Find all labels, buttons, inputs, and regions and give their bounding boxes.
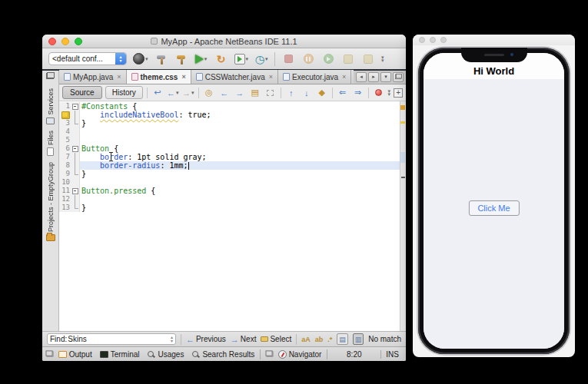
run-icon[interactable]: ▾ [194,51,208,67]
whole-word-toggle[interactable]: ab [315,336,324,343]
zoom-button[interactable] [75,38,82,45]
code-line[interactable]: 12 [59,195,400,204]
find-previous-button[interactable]: ← Previous [186,335,226,344]
split-editor-icon[interactable]: + [394,88,403,98]
code-line[interactable]: 6 Button { [59,144,400,153]
code-line[interactable]: 4 [59,127,400,136]
toolbar-overflow-icon[interactable]: ▾▾ [381,56,384,62]
code-line[interactable]: 5 [59,136,400,144]
gutter[interactable]: 11 [59,187,80,195]
gutter[interactable]: 2 [59,111,80,119]
find-next-icon[interactable]: → [234,87,246,99]
find-previous-icon[interactable]: ← [218,87,231,99]
code-line[interactable]: 1 #Constants { [59,102,400,111]
fold-marker[interactable] [71,153,79,161]
fold-marker[interactable] [71,144,79,153]
record-macro-icon[interactable] [373,87,385,99]
gutter[interactable]: 5 [59,136,80,144]
fold-marker[interactable] [71,187,79,195]
gutter[interactable]: 6 [59,144,80,153]
code-line[interactable]: 3 } [59,119,400,127]
gutter[interactable]: 13 [59,204,80,212]
match-case-toggle[interactable]: aA [301,336,311,343]
close-button[interactable] [48,38,56,45]
code-line[interactable]: 2 includeNativeBool: true; [59,111,400,119]
maximize-editor-icon[interactable] [393,72,404,82]
gutter[interactable]: 10 [59,178,80,187]
stripe-warning-mark[interactable] [400,121,405,124]
toggle-bookmark-icon[interactable]: ◆ [316,87,328,99]
document-tab[interactable]: MyApp.java × [59,70,127,84]
gutter[interactable]: 4 [59,127,80,136]
tab-close-icon[interactable]: × [269,73,273,81]
find-next-button[interactable]: → Next [231,335,257,344]
last-edit-icon[interactable]: ↩ [151,87,164,99]
stepper-icon[interactable]: ▴▾ [115,53,126,65]
gutter[interactable]: 7 [59,153,80,161]
source-view-button[interactable]: Source [62,86,102,99]
gutter[interactable]: 9 [59,170,80,178]
statusbar-window-button[interactable]: Output [58,350,92,359]
gutter[interactable]: 12 [59,195,80,204]
back-icon[interactable]: ←▾ [167,87,179,99]
fold-marker[interactable] [71,195,79,204]
gutter[interactable]: 3 [59,119,80,127]
close-button-inactive[interactable] [419,37,425,43]
sidebar-tab[interactable]: Services [46,88,55,124]
history-view-button[interactable]: History [105,86,143,99]
gutter[interactable]: 8 [59,161,80,170]
navigator-button[interactable]: Navigator [278,350,322,359]
highlight-search-icon[interactable]: ▤ [249,87,261,99]
code-line[interactable]: 7 border: 1pt solid gray; [59,153,400,161]
tab-list-icon[interactable]: ▾ [380,72,391,82]
debug-icon[interactable]: ▾ [234,51,249,67]
clean-build-icon[interactable] [174,51,188,67]
minimize-button-inactive[interactable] [430,37,436,43]
scroll-tabs-right-icon[interactable]: ▸ [368,72,379,82]
sidebar-tab[interactable]: Projects - EmptyGroup [46,162,55,241]
find-selection-icon[interactable]: ◎ [203,87,215,99]
zoom-button-inactive[interactable] [440,37,447,43]
build-icon[interactable] [154,51,168,67]
globe-icon[interactable]: ▾ [133,51,148,67]
document-tab[interactable]: Executor.java × [278,70,351,84]
minimize-button[interactable] [61,38,69,45]
error-stripe[interactable] [400,101,406,331]
fold-marker[interactable] [71,170,79,178]
shift-left-icon[interactable]: ⇐ [337,87,349,99]
window-titlebar[interactable]: MyApp - Apache NetBeans IDE 11.1 [42,35,406,48]
profile-icon[interactable]: ◷▾ [254,51,268,67]
dock-window-icon[interactable] [46,72,55,79]
document-tab[interactable]: theme.css × [127,70,191,84]
code-line[interactable]: 9 } [59,170,400,178]
code-line[interactable]: 11 Button.pressed { [59,187,400,195]
fold-marker[interactable] [71,178,79,187]
document-tab[interactable]: CSSWatcher.java × [191,70,278,84]
tab-close-icon[interactable]: × [342,73,346,81]
tab-close-icon[interactable]: × [117,73,121,81]
fold-marker[interactable] [71,161,79,170]
config-select[interactable]: <default conf... ▴▾ [48,52,127,65]
highlight-results-toggle[interactable]: ▤ [337,333,347,345]
statusbar-window-button[interactable]: Terminal [100,350,140,359]
find-history-icon[interactable]: ▴▾ [171,336,173,343]
gutter[interactable]: 1 [59,102,80,111]
simulator-titlebar[interactable] [413,35,575,45]
fold-marker[interactable] [71,111,79,119]
regex-toggle[interactable]: .* [327,336,332,343]
fold-marker[interactable] [71,136,79,144]
fold-marker[interactable] [71,127,79,136]
code-line[interactable]: 8 border-radius: 1mm; [59,161,400,170]
find-select-button[interactable]: Select [261,335,291,343]
shift-right-icon[interactable]: ⇒ [352,87,364,99]
fold-marker[interactable] [71,102,79,111]
fold-marker[interactable] [71,204,79,212]
editor-toolbar-overflow-icon[interactable]: ▾▾ [388,90,391,96]
click-me-button[interactable]: Click Me [468,200,519,216]
rectangular-selection-icon[interactable] [264,87,277,99]
code-line[interactable]: 13 } [59,204,400,212]
statusbar-window-button[interactable]: Usages [147,350,184,359]
rerun-icon[interactable]: ↻ [214,51,228,67]
wrap-search-toggle[interactable]: ▥ [353,333,364,345]
next-bookmark-icon[interactable]: ↓ [301,87,313,99]
